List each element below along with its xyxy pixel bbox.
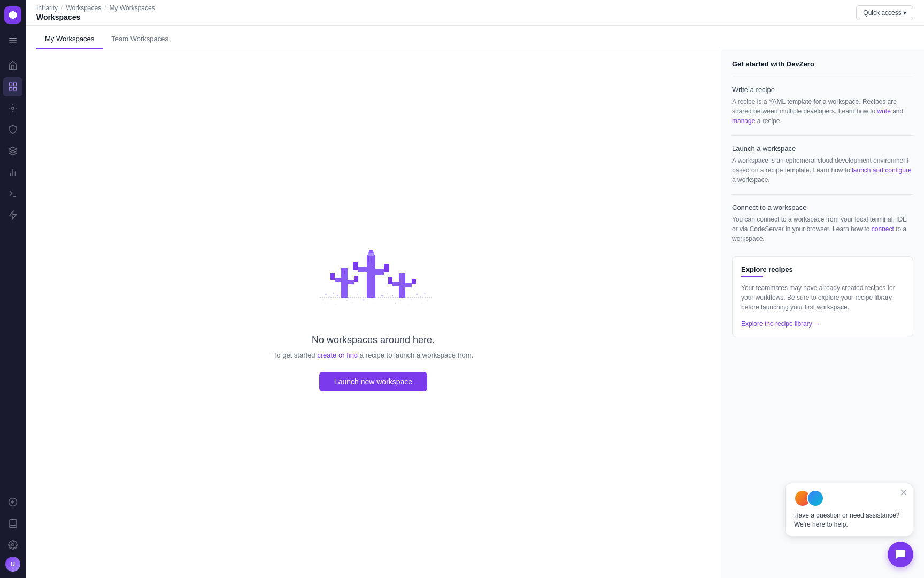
- breadcrumb-my-workspaces[interactable]: My Workspaces: [110, 4, 155, 12]
- sidebar-item-add[interactable]: [3, 492, 22, 512]
- sidebar-item-activity[interactable]: [3, 98, 22, 118]
- svg-rect-59: [400, 300, 401, 301]
- subtitle-middle: a recipe to launch a workspace from.: [358, 351, 473, 359]
- svg-rect-52: [392, 295, 393, 296]
- chat-widget: Have a question or need assistance? We'r…: [785, 483, 913, 567]
- sidebar-item-shield[interactable]: [3, 120, 22, 139]
- sidebar: U: [0, 0, 26, 578]
- svg-rect-46: [329, 296, 330, 297]
- tab-my-workspaces[interactable]: My Workspaces: [36, 29, 103, 49]
- explore-recipe-library-link[interactable]: Explore the recipe library →: [741, 320, 820, 328]
- svg-rect-58: [363, 299, 364, 301]
- sidebar-item-library[interactable]: [3, 514, 22, 533]
- launch-after: a workspace.: [732, 176, 770, 184]
- svg-marker-18: [9, 211, 17, 219]
- launch-workspace-button[interactable]: Launch new workspace: [319, 372, 427, 391]
- empty-state-title: No workspaces around here.: [312, 334, 435, 346]
- svg-rect-29: [342, 269, 343, 273]
- sidebar-item-home[interactable]: [3, 56, 22, 75]
- svg-rect-53: [416, 294, 418, 295]
- svg-rect-64: [352, 302, 353, 303]
- write-recipe-middle: and: [891, 108, 903, 115]
- empty-state-illustration: [293, 236, 453, 322]
- sidebar-item-chart[interactable]: [3, 163, 22, 182]
- get-started-title: Get started with DevZero: [732, 60, 913, 68]
- manage-link[interactable]: manage: [732, 117, 755, 125]
- svg-rect-26: [330, 273, 335, 280]
- write-recipe-after: a recipe.: [755, 117, 781, 125]
- quick-access-button[interactable]: Quick access ▾: [856, 5, 913, 20]
- explore-section: Explore recipes Your teammates may have …: [732, 256, 913, 337]
- svg-rect-43: [405, 283, 412, 287]
- section-divider-2: [732, 135, 913, 136]
- svg-rect-27: [348, 280, 354, 284]
- breadcrumb-workspaces[interactable]: Workspaces: [66, 4, 101, 12]
- svg-rect-3: [9, 43, 17, 44]
- svg-rect-56: [322, 299, 324, 300]
- svg-rect-45: [325, 294, 327, 295]
- chat-bubble: Have a question or need assistance? We'r…: [785, 483, 913, 536]
- create-or-find-link[interactable]: create or find: [317, 351, 358, 359]
- svg-rect-65: [373, 303, 374, 304]
- section-divider-3: [732, 194, 913, 195]
- explore-title: Explore recipes: [741, 265, 904, 273]
- svg-rect-25: [335, 278, 341, 282]
- svg-marker-13: [9, 147, 17, 151]
- sidebar-item-terminal[interactable]: [3, 184, 22, 203]
- svg-rect-54: [420, 296, 421, 297]
- chat-open-button[interactable]: [888, 542, 913, 567]
- sidebar-bottom: U: [3, 492, 22, 572]
- svg-rect-51: [387, 293, 388, 294]
- svg-rect-1: [9, 38, 17, 39]
- topbar-left: Infrarity / Workspaces / My Workspaces W…: [36, 4, 155, 21]
- user-avatar[interactable]: U: [5, 557, 20, 572]
- guide-item-launch-workspace: Launch a workspace A workspace is an eph…: [732, 144, 913, 185]
- svg-rect-63: [336, 304, 336, 305]
- svg-rect-7: [9, 88, 12, 90]
- topbar: Infrarity / Workspaces / My Workspaces W…: [26, 0, 924, 26]
- svg-rect-60: [411, 299, 412, 300]
- page-title: Workspaces: [36, 13, 155, 21]
- guide-item-connect-workspace: Connect to a workspace You can connect t…: [732, 203, 913, 244]
- empty-state-subtitle: To get started create or find a recipe t…: [273, 351, 473, 359]
- svg-rect-37: [369, 250, 373, 253]
- svg-rect-2: [9, 40, 17, 41]
- svg-rect-40: [399, 273, 405, 298]
- launch-workspace-desc: A workspace is an ephemeral cloud develo…: [732, 156, 913, 185]
- menu-button[interactable]: [4, 32, 21, 49]
- launch-workspace-title: Launch a workspace: [732, 144, 913, 153]
- get-started-section: Get started with DevZero Write a recipe …: [732, 60, 913, 244]
- chat-bubble-text: Have a question or need assistance? We'r…: [794, 511, 904, 529]
- chat-close-button[interactable]: [899, 488, 908, 497]
- svg-rect-61: [427, 300, 428, 301]
- breadcrumb-sep-2: /: [104, 4, 106, 12]
- connect-workspace-desc: You can connect to a workspace from your…: [732, 215, 913, 244]
- svg-rect-5: [14, 83, 17, 86]
- tabs-bar: My Workspaces Team Workspaces: [26, 26, 924, 49]
- breadcrumb-infrarity[interactable]: Infrarity: [36, 4, 58, 12]
- svg-rect-38: [368, 256, 369, 262]
- main-panel: No workspaces around here. To get starte…: [26, 49, 721, 578]
- chat-icon: [894, 548, 907, 561]
- sidebar-item-settings[interactable]: [3, 535, 22, 554]
- subtitle-before: To get started: [273, 351, 317, 359]
- explore-desc: Your teammates may have already created …: [741, 283, 904, 312]
- svg-rect-48: [337, 295, 338, 296]
- launch-configure-link[interactable]: launch and configure: [852, 166, 911, 174]
- sidebar-item-workspaces[interactable]: [3, 77, 22, 96]
- connect-link[interactable]: connect: [872, 225, 894, 233]
- breadcrumb: Infrarity / Workspaces / My Workspaces: [36, 4, 155, 12]
- write-link[interactable]: write: [877, 108, 891, 115]
- svg-rect-6: [14, 88, 17, 90]
- sidebar-item-layers[interactable]: [3, 141, 22, 161]
- explore-underline: [741, 276, 763, 277]
- svg-point-22: [12, 544, 14, 546]
- svg-rect-42: [388, 277, 392, 284]
- section-divider-1: [732, 77, 913, 77]
- tab-team-workspaces[interactable]: Team Workspaces: [103, 29, 177, 49]
- sidebar-item-zap[interactable]: [3, 206, 22, 225]
- svg-rect-28: [354, 276, 358, 282]
- svg-rect-47: [333, 293, 334, 294]
- app-logo[interactable]: [4, 6, 21, 24]
- svg-rect-34: [375, 269, 384, 275]
